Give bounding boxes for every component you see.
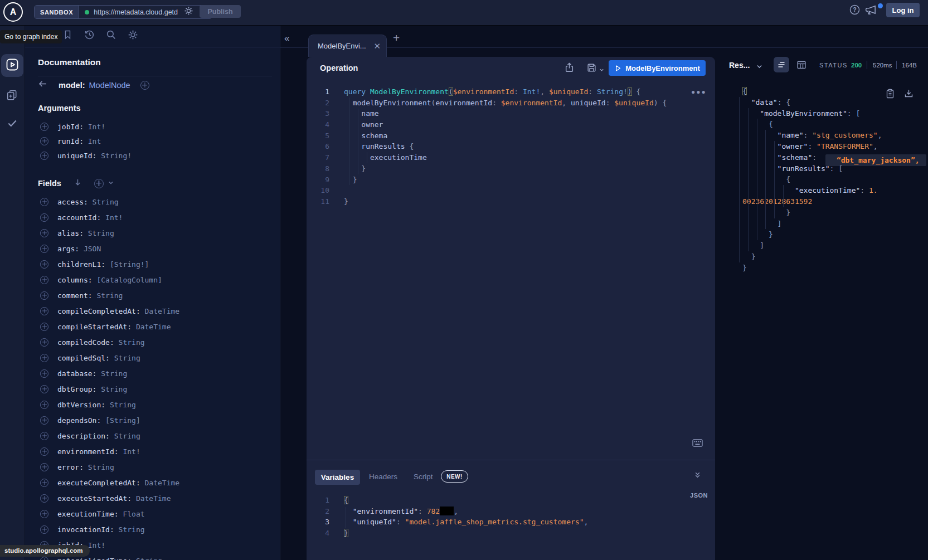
field-name[interactable]: invocationId: bbox=[57, 525, 114, 534]
operation-collections-icon[interactable] bbox=[6, 89, 18, 103]
add-fields-chevron-icon[interactable] bbox=[108, 178, 114, 188]
field-type[interactable]: String bbox=[93, 291, 123, 300]
response-menu-chevron-icon[interactable] bbox=[756, 62, 763, 72]
new-tab-button[interactable]: + bbox=[393, 31, 400, 45]
endpoint-url-input[interactable]: https://metadata.cloud.getd bbox=[79, 6, 212, 18]
field-type[interactable]: String bbox=[114, 338, 145, 347]
collapse-doc-panel-icon[interactable]: « bbox=[284, 33, 289, 43]
add-all-fields-icon[interactable] bbox=[94, 179, 104, 188]
announcements-megaphone-icon[interactable] bbox=[865, 4, 877, 18]
add-field-icon[interactable] bbox=[40, 354, 48, 362]
add-field-icon[interactable] bbox=[40, 198, 48, 206]
bookmark-icon[interactable] bbox=[63, 30, 72, 42]
add-field-icon[interactable] bbox=[40, 323, 48, 331]
add-field-icon[interactable] bbox=[40, 401, 48, 409]
add-field-icon[interactable] bbox=[40, 291, 48, 300]
field-type[interactable]: String bbox=[84, 229, 114, 237]
field-name[interactable]: alias: bbox=[57, 229, 84, 237]
response-tree-view-button[interactable] bbox=[774, 57, 789, 72]
add-field-icon[interactable] bbox=[40, 557, 48, 560]
field-type[interactable]: Float bbox=[119, 510, 145, 518]
field-type[interactable]: DateTime bbox=[140, 307, 179, 315]
field-type[interactable]: [String!] bbox=[105, 260, 149, 269]
variables-editor[interactable]: 1{2 "environmentId": 782,3 "uniqueId": "… bbox=[307, 495, 715, 539]
query-editor[interactable]: 1query ModelByEnvironment($environmentId… bbox=[307, 86, 715, 207]
add-field-icon[interactable] bbox=[40, 276, 48, 284]
field-type[interactable]: String bbox=[105, 401, 136, 409]
tab-modelbyenvironment[interactable]: ModelByEnvi... ✕ bbox=[308, 35, 387, 57]
field-type[interactable]: DateTime bbox=[132, 323, 171, 331]
breadcrumb-type[interactable]: ModelNode bbox=[89, 81, 130, 90]
field-name[interactable]: jobId: bbox=[57, 123, 84, 131]
add-field-icon[interactable] bbox=[40, 137, 48, 145]
add-field-icon[interactable] bbox=[40, 245, 48, 253]
explorer-nav-item[interactable] bbox=[1, 54, 23, 77]
field-name[interactable]: runId: bbox=[57, 137, 84, 145]
save-operation-icon[interactable] bbox=[586, 62, 597, 75]
close-tab-icon[interactable]: ✕ bbox=[373, 41, 381, 51]
publish-button[interactable]: Publish bbox=[200, 5, 241, 18]
field-name[interactable]: dependsOn: bbox=[57, 416, 101, 425]
field-type[interactable]: String! bbox=[96, 152, 132, 160]
add-field-icon[interactable] bbox=[40, 152, 48, 160]
field-type[interactable]: String bbox=[114, 525, 145, 534]
doc-settings-gear-icon[interactable] bbox=[128, 30, 138, 42]
field-name[interactable]: compileCompletedAt: bbox=[57, 307, 140, 315]
add-field-icon[interactable] bbox=[40, 525, 48, 534]
field-name[interactable]: executeStartedAt: bbox=[57, 494, 132, 503]
field-type[interactable]: String bbox=[96, 369, 127, 378]
add-field-icon[interactable] bbox=[40, 260, 48, 269]
tab-headers[interactable]: Headers bbox=[369, 473, 397, 481]
tab-script[interactable]: Script bbox=[414, 473, 433, 481]
field-name[interactable]: description: bbox=[57, 432, 110, 440]
field-type[interactable]: [CatalogColumn] bbox=[93, 276, 162, 284]
field-name[interactable]: access: bbox=[57, 198, 88, 206]
field-type[interactable]: JSON bbox=[79, 245, 101, 253]
add-field-icon[interactable] bbox=[40, 338, 48, 347]
add-field-icon[interactable] bbox=[40, 229, 48, 237]
help-icon[interactable]: ? bbox=[849, 4, 860, 17]
endpoint-settings-gear-icon[interactable] bbox=[184, 6, 193, 18]
field-type[interactable]: Int! bbox=[84, 123, 105, 131]
field-name[interactable]: columns: bbox=[57, 276, 93, 284]
field-type[interactable]: Int bbox=[84, 137, 101, 145]
field-type[interactable]: String bbox=[110, 432, 140, 440]
run-operation-button[interactable]: ModelByEnvironment bbox=[609, 60, 706, 76]
add-field-icon[interactable] bbox=[40, 432, 48, 440]
field-type[interactable]: String bbox=[132, 557, 162, 560]
field-type[interactable]: String bbox=[110, 354, 140, 362]
checks-icon[interactable] bbox=[7, 118, 18, 131]
add-field-icon[interactable] bbox=[40, 416, 48, 425]
field-name[interactable]: compiledSql: bbox=[57, 354, 110, 362]
field-name[interactable]: database: bbox=[57, 369, 96, 378]
field-name[interactable]: executeCompletedAt: bbox=[57, 479, 140, 487]
field-type[interactable]: String bbox=[84, 463, 114, 471]
collapse-variables-icon[interactable] bbox=[693, 471, 702, 481]
response-table-view-button[interactable] bbox=[796, 60, 806, 72]
add-field-icon[interactable] bbox=[40, 510, 48, 518]
field-name[interactable]: comment: bbox=[57, 291, 93, 300]
add-field-icon[interactable] bbox=[40, 463, 48, 471]
field-name[interactable]: dbtGroup: bbox=[57, 385, 96, 393]
field-name[interactable]: args: bbox=[57, 245, 79, 253]
field-name[interactable]: executionTime: bbox=[57, 510, 119, 518]
share-operation-icon[interactable] bbox=[564, 62, 575, 75]
field-name[interactable]: childrenL1: bbox=[57, 260, 105, 269]
field-name[interactable]: compileStartedAt: bbox=[57, 323, 132, 331]
search-icon[interactable] bbox=[106, 30, 116, 42]
back-arrow-icon[interactable] bbox=[38, 80, 47, 90]
operation-overflow-menu[interactable]: ●●● bbox=[691, 88, 707, 96]
field-name[interactable]: accountId: bbox=[57, 213, 101, 222]
add-field-icon[interactable] bbox=[40, 479, 48, 487]
field-type[interactable]: Int! bbox=[119, 447, 140, 456]
field-type[interactable]: Int! bbox=[101, 213, 123, 222]
field-name[interactable]: materializedType: bbox=[57, 557, 132, 560]
sort-fields-icon[interactable] bbox=[74, 178, 82, 189]
add-field-icon[interactable] bbox=[40, 494, 48, 503]
add-field-icon[interactable] bbox=[40, 123, 48, 131]
field-type[interactable]: DateTime bbox=[132, 494, 171, 503]
field-name[interactable]: compiledCode: bbox=[57, 338, 114, 347]
add-field-icon[interactable] bbox=[40, 369, 48, 378]
field-name[interactable]: environmentId: bbox=[57, 447, 119, 456]
field-name[interactable]: uniqueId: bbox=[57, 152, 96, 160]
